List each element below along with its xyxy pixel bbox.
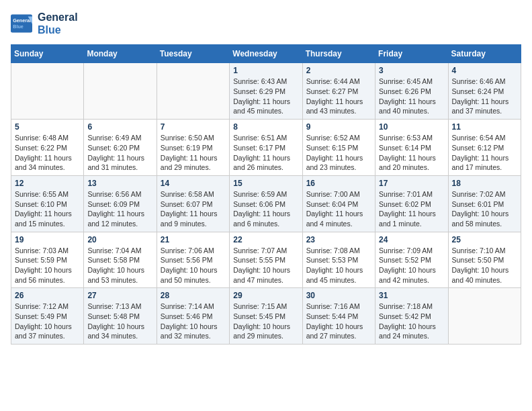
day-info: Sunrise: 7:00 AM Sunset: 6:04 PM Dayligh…: [306, 189, 371, 229]
calendar-header-row: SundayMondayTuesdayWednesdayThursdayFrid…: [11, 45, 521, 63]
calendar-cell: 1Sunrise: 6:43 AM Sunset: 6:29 PM Daylig…: [230, 63, 302, 120]
day-info: Sunrise: 6:44 AM Sunset: 6:27 PM Dayligh…: [306, 77, 371, 116]
calendar-cell: 12Sunrise: 6:55 AM Sunset: 6:10 PM Dayli…: [11, 175, 84, 232]
day-info: Sunrise: 6:49 AM Sunset: 6:20 PM Dayligh…: [87, 133, 152, 173]
day-number: 27: [87, 291, 152, 300]
day-info: Sunrise: 7:04 AM Sunset: 5:58 PM Dayligh…: [87, 246, 152, 285]
day-info: Sunrise: 7:14 AM Sunset: 5:46 PM Dayligh…: [161, 302, 226, 341]
day-number: 21: [161, 235, 226, 244]
calendar-cell: 28Sunrise: 7:14 AM Sunset: 5:46 PM Dayli…: [157, 288, 229, 345]
day-number: 9: [306, 122, 371, 132]
day-number: 29: [233, 291, 298, 300]
calendar-week-5: 26Sunrise: 7:12 AM Sunset: 5:49 PM Dayli…: [11, 288, 521, 345]
day-number: 16: [306, 179, 371, 188]
calendar-cell: 18Sunrise: 7:02 AM Sunset: 6:01 PM Dayli…: [448, 175, 521, 232]
day-info: Sunrise: 7:08 AM Sunset: 5:53 PM Dayligh…: [306, 246, 371, 285]
day-number: 5: [15, 122, 80, 132]
day-info: Sunrise: 6:50 AM Sunset: 6:19 PM Dayligh…: [161, 133, 226, 173]
weekday-header-sunday: Sunday: [11, 45, 84, 63]
day-number: 3: [379, 66, 444, 75]
calendar-cell: 17Sunrise: 7:01 AM Sunset: 6:02 PM Dayli…: [375, 175, 448, 232]
calendar-cell: 9Sunrise: 6:52 AM Sunset: 6:15 PM Daylig…: [302, 120, 375, 176]
calendar-week-1: 1Sunrise: 6:43 AM Sunset: 6:29 PM Daylig…: [11, 63, 521, 120]
weekday-header-monday: Monday: [84, 45, 157, 63]
day-number: 8: [233, 122, 298, 132]
day-number: 7: [161, 122, 226, 132]
calendar-cell: 27Sunrise: 7:13 AM Sunset: 5:48 PM Dayli…: [84, 288, 157, 345]
day-number: 15: [233, 179, 298, 188]
svg-text:General: General: [13, 17, 31, 24]
svg-text:Blue: Blue: [13, 24, 24, 30]
day-info: Sunrise: 6:55 AM Sunset: 6:10 PM Dayligh…: [15, 189, 80, 229]
calendar-cell: 26Sunrise: 7:12 AM Sunset: 5:49 PM Dayli…: [11, 288, 84, 345]
weekday-header-wednesday: Wednesday: [230, 45, 302, 63]
day-number: 24: [379, 235, 444, 244]
day-info: Sunrise: 6:56 AM Sunset: 6:09 PM Dayligh…: [87, 189, 152, 229]
calendar-table: SundayMondayTuesdayWednesdayThursdayFrid…: [11, 44, 521, 345]
day-number: 11: [452, 122, 517, 132]
day-number: 23: [306, 235, 371, 244]
day-info: Sunrise: 6:53 AM Sunset: 6:14 PM Dayligh…: [379, 133, 444, 173]
day-number: 18: [452, 179, 517, 188]
day-info: Sunrise: 7:18 AM Sunset: 5:42 PM Dayligh…: [379, 302, 444, 341]
weekday-header-saturday: Saturday: [448, 45, 521, 63]
calendar-cell: 4Sunrise: 6:46 AM Sunset: 6:24 PM Daylig…: [448, 63, 521, 120]
day-info: Sunrise: 7:07 AM Sunset: 5:55 PM Dayligh…: [233, 246, 298, 285]
calendar-cell: [11, 63, 84, 120]
day-number: 17: [379, 179, 444, 188]
day-number: 19: [15, 235, 80, 244]
day-number: 20: [87, 235, 152, 244]
day-number: 6: [87, 122, 152, 132]
logo: General Blue General Blue: [11, 11, 78, 36]
weekday-header-tuesday: Tuesday: [157, 45, 229, 63]
calendar-cell: 24Sunrise: 7:09 AM Sunset: 5:52 PM Dayli…: [375, 232, 448, 288]
day-info: Sunrise: 6:58 AM Sunset: 6:07 PM Dayligh…: [161, 189, 226, 229]
day-info: Sunrise: 6:59 AM Sunset: 6:06 PM Dayligh…: [233, 189, 298, 229]
calendar-cell: 21Sunrise: 7:06 AM Sunset: 5:56 PM Dayli…: [157, 232, 229, 288]
calendar-cell: 5Sunrise: 6:48 AM Sunset: 6:22 PM Daylig…: [11, 120, 84, 176]
calendar-week-3: 12Sunrise: 6:55 AM Sunset: 6:10 PM Dayli…: [11, 175, 521, 232]
calendar-cell: 6Sunrise: 6:49 AM Sunset: 6:20 PM Daylig…: [84, 120, 157, 176]
calendar-cell: [448, 288, 521, 345]
calendar-cell: 25Sunrise: 7:10 AM Sunset: 5:50 PM Dayli…: [448, 232, 521, 288]
calendar-cell: 2Sunrise: 6:44 AM Sunset: 6:27 PM Daylig…: [302, 63, 375, 120]
day-number: 10: [379, 122, 444, 132]
day-info: Sunrise: 6:52 AM Sunset: 6:15 PM Dayligh…: [306, 133, 371, 173]
day-number: 12: [15, 179, 80, 188]
day-info: Sunrise: 7:06 AM Sunset: 5:56 PM Dayligh…: [161, 246, 226, 285]
calendar-cell: [84, 63, 157, 120]
calendar-cell: 7Sunrise: 6:50 AM Sunset: 6:19 PM Daylig…: [157, 120, 229, 176]
day-info: Sunrise: 7:09 AM Sunset: 5:52 PM Dayligh…: [379, 246, 444, 285]
logo-icon: General Blue: [11, 14, 32, 33]
calendar-cell: 8Sunrise: 6:51 AM Sunset: 6:17 PM Daylig…: [230, 120, 302, 176]
day-info: Sunrise: 7:01 AM Sunset: 6:02 PM Dayligh…: [379, 189, 444, 229]
weekday-header-friday: Friday: [375, 45, 448, 63]
day-number: 31: [379, 291, 444, 300]
day-number: 28: [161, 291, 226, 300]
day-number: 25: [452, 235, 517, 244]
day-number: 22: [233, 235, 298, 244]
day-info: Sunrise: 7:15 AM Sunset: 5:45 PM Dayligh…: [233, 302, 298, 341]
day-number: 1: [233, 66, 298, 75]
day-number: 30: [306, 291, 371, 300]
day-info: Sunrise: 6:54 AM Sunset: 6:12 PM Dayligh…: [452, 133, 517, 173]
day-number: 4: [452, 66, 517, 75]
page-header: General Blue General Blue: [11, 11, 521, 36]
calendar-cell: 3Sunrise: 6:45 AM Sunset: 6:26 PM Daylig…: [375, 63, 448, 120]
day-info: Sunrise: 6:45 AM Sunset: 6:26 PM Dayligh…: [379, 77, 444, 116]
day-number: 26: [15, 291, 80, 300]
calendar-week-4: 19Sunrise: 7:03 AM Sunset: 5:59 PM Dayli…: [11, 232, 521, 288]
calendar-cell: 13Sunrise: 6:56 AM Sunset: 6:09 PM Dayli…: [84, 175, 157, 232]
calendar-week-2: 5Sunrise: 6:48 AM Sunset: 6:22 PM Daylig…: [11, 120, 521, 176]
calendar-cell: 14Sunrise: 6:58 AM Sunset: 6:07 PM Dayli…: [157, 175, 229, 232]
calendar-cell: 22Sunrise: 7:07 AM Sunset: 5:55 PM Dayli…: [230, 232, 302, 288]
day-info: Sunrise: 6:43 AM Sunset: 6:29 PM Dayligh…: [233, 77, 298, 116]
day-info: Sunrise: 7:02 AM Sunset: 6:01 PM Dayligh…: [452, 189, 517, 229]
calendar-cell: 11Sunrise: 6:54 AM Sunset: 6:12 PM Dayli…: [448, 120, 521, 176]
day-info: Sunrise: 7:16 AM Sunset: 5:44 PM Dayligh…: [306, 302, 371, 341]
day-info: Sunrise: 7:03 AM Sunset: 5:59 PM Dayligh…: [15, 246, 80, 285]
day-info: Sunrise: 6:48 AM Sunset: 6:22 PM Dayligh…: [15, 133, 80, 173]
logo-text: General Blue: [38, 11, 78, 36]
weekday-header-thursday: Thursday: [302, 45, 375, 63]
calendar-cell: 29Sunrise: 7:15 AM Sunset: 5:45 PM Dayli…: [230, 288, 302, 345]
